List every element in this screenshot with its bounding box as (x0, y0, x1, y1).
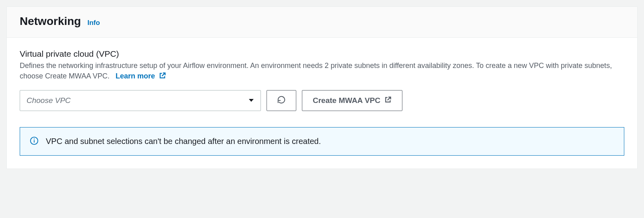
info-link[interactable]: Info (87, 19, 100, 27)
vpc-select[interactable]: Choose VPC (20, 90, 261, 111)
vpc-field-label: Virtual private cloud (VPC) (20, 49, 624, 59)
info-icon (30, 136, 39, 146)
learn-more-link[interactable]: Learn more (115, 72, 166, 80)
panel-header: Networking Info (7, 7, 637, 38)
panel-body: Virtual private cloud (VPC) Defines the … (7, 38, 637, 169)
svg-point-2 (34, 139, 35, 140)
info-alert: VPC and subnet selections can't be chang… (20, 127, 624, 156)
info-alert-text: VPC and subnet selections can't be chang… (46, 137, 321, 146)
create-mwaa-vpc-button[interactable]: Create MWAA VPC (302, 90, 402, 111)
vpc-controls-row: Choose VPC Create MWAA VPC (20, 90, 624, 111)
external-link-icon (159, 72, 166, 82)
caret-down-icon (248, 97, 254, 104)
panel-title: Networking (20, 15, 81, 28)
vpc-field-description: Defines the networking infrastructure se… (20, 60, 624, 82)
refresh-button[interactable] (267, 90, 296, 111)
create-mwaa-vpc-label: Create MWAA VPC (313, 96, 380, 105)
learn-more-label: Learn more (115, 72, 155, 80)
networking-panel: Networking Info Virtual private cloud (V… (6, 6, 638, 169)
vpc-select-placeholder: Choose VPC (27, 96, 71, 105)
vpc-field-description-text: Defines the networking infrastructure se… (20, 62, 612, 80)
refresh-icon (277, 95, 286, 106)
external-link-icon (384, 96, 392, 105)
